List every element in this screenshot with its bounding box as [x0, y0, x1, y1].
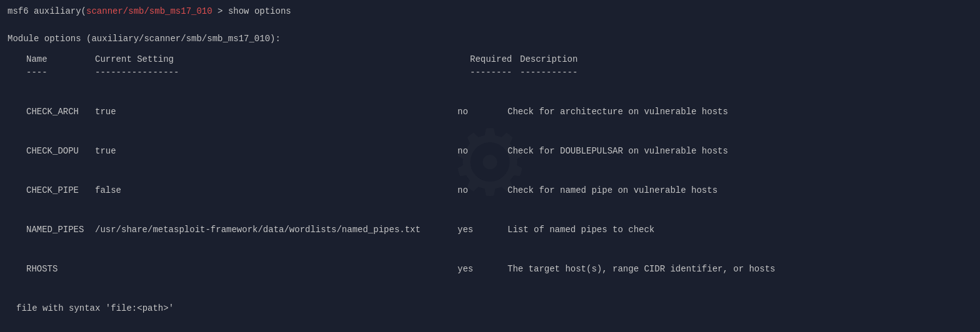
row-check-arch: CHECK_ARCHtruenoCheck for architecture o…: [8, 105, 972, 119]
row-named-pipes: NAMED_PIPES/usr/share/metasploit-framewo…: [8, 223, 972, 237]
table-header-row: Name Current Setting Required Descriptio…: [8, 53, 972, 66]
col-setting-sep: ----------------: [95, 66, 470, 79]
col-desc-header: Description: [520, 53, 972, 66]
row-rhosts: RHOSTSyesThe target host(s), range CIDR …: [8, 263, 972, 276]
module-options-header: Module options (auxiliary/scanner/smb/sm…: [8, 32, 972, 46]
prompt-space-1: auxiliary(: [29, 5, 86, 18]
empty-line-1: [8, 19, 972, 32]
command-line-1: msf6 auxiliary( scanner/smb/smb_ms17_010…: [8, 5, 972, 18]
prompt-module-1: scanner/smb/smb_ms17_010: [86, 5, 212, 18]
terminal-window: msf6 auxiliary( scanner/smb/smb_ms17_010…: [8, 5, 972, 332]
row-check-pipe: CHECK_PIPEfalsenoCheck for named pipe on…: [8, 184, 972, 197]
options-table: Name Current Setting Required Descriptio…: [8, 53, 972, 79]
table-separator-row: ---- ---------------- -------- ---------…: [8, 66, 972, 79]
col-desc-sep: -----------: [520, 66, 972, 79]
col-setting-header: Current Setting: [95, 53, 470, 66]
prompt-msf6-1: msf6: [8, 5, 29, 18]
col-required-sep: --------: [470, 66, 520, 79]
row-rhosts-extra: file with syntax 'file:<path>': [8, 302, 972, 315]
col-required-header: Required: [470, 53, 520, 66]
prompt-cmd-1: > show options: [212, 5, 291, 18]
options-rows: CHECK_ARCHtruenoCheck for architecture o…: [8, 79, 972, 332]
col-name-header: Name: [8, 53, 95, 66]
row-check-dopu: CHECK_DOPUtruenoCheck for DOUBLEPULSAR o…: [8, 145, 972, 158]
col-name-sep: ----: [8, 66, 95, 79]
